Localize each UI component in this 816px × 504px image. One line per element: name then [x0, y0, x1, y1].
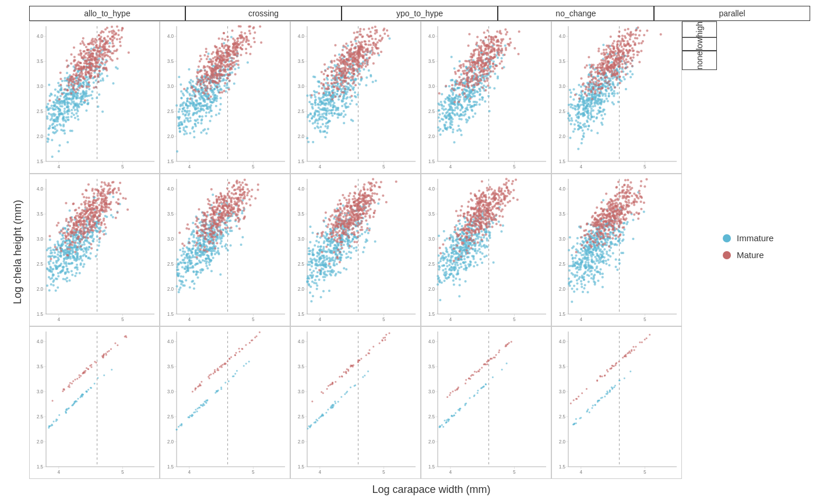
column-headers: allo_to_hypecrossingypo_to_hypeno_change… [29, 6, 810, 21]
cell-low-ypo_to_hype [290, 174, 421, 326]
row-label-high: high [682, 21, 717, 37]
legend-item-immature: Immature [723, 233, 804, 243]
row-labels: highlownone [682, 21, 717, 71]
immature-label: Immature [737, 233, 773, 243]
cell-high-parallel [551, 21, 682, 174]
cell-high-ypo_to_hype [290, 21, 421, 174]
x-axis-label: Log carapace width (mm) [29, 479, 810, 498]
row-label-none: none [682, 51, 717, 70]
legend-item-mature: Mature [723, 250, 804, 260]
cell-high-allo_to_hype [29, 21, 160, 174]
cell-high-crossing [160, 21, 290, 174]
cell-none-ypo_to_hype [290, 326, 421, 479]
legend: Immature Mature [717, 21, 810, 479]
row-label-low: low [682, 37, 717, 51]
grid-row-high [29, 21, 682, 174]
col-header-parallel: parallel [654, 6, 810, 21]
col-header-no_change: no_change [498, 6, 654, 21]
cell-none-crossing [160, 326, 290, 479]
mature-label: Mature [737, 250, 764, 260]
grid-rows [29, 21, 682, 479]
mature-dot [723, 251, 731, 259]
cell-none-parallel [551, 326, 682, 479]
grid-row-none [29, 326, 682, 479]
y-axis-label: Log chela height (mm) [6, 6, 29, 498]
col-header-crossing: crossing [185, 6, 342, 21]
cell-low-parallel [551, 174, 682, 326]
grid-row-low [29, 174, 682, 326]
cell-low-allo_to_hype [29, 174, 160, 326]
immature-dot [723, 234, 731, 242]
cell-high-no_change [421, 21, 551, 174]
chart-container: Log chela height (mm) allo_to_hypecrossi… [6, 6, 810, 498]
cell-none-no_change [421, 326, 551, 479]
cell-low-crossing [160, 174, 290, 326]
col-header-ypo_to_hype: ypo_to_hype [342, 6, 498, 21]
col-header-allo_to_hype: allo_to_hype [29, 6, 185, 21]
cell-none-allo_to_hype [29, 326, 160, 479]
cell-low-no_change [421, 174, 551, 326]
